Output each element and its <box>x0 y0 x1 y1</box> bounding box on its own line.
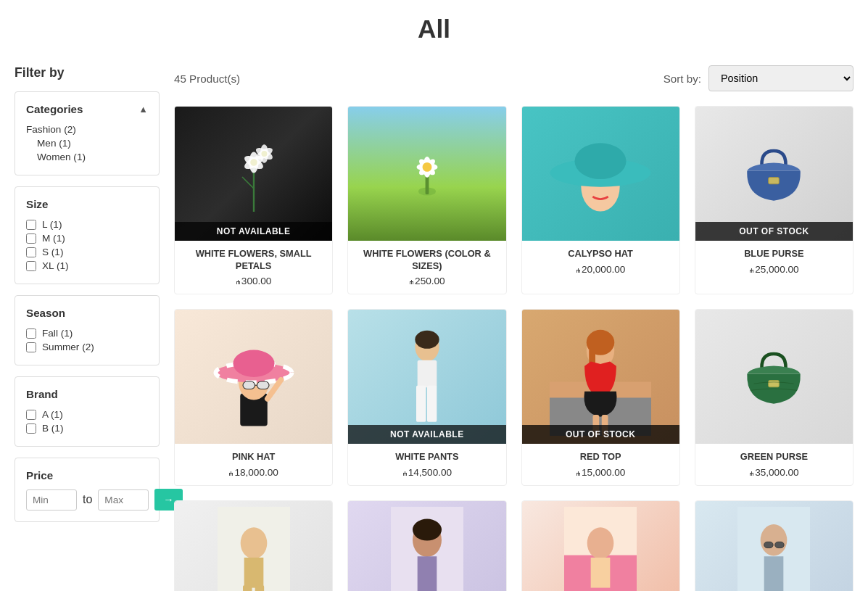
product-card[interactable] <box>695 500 853 591</box>
product-image-svg <box>210 315 297 439</box>
product-image-svg <box>391 145 463 203</box>
size-xl-checkbox[interactable] <box>26 261 36 271</box>
svg-rect-60 <box>764 556 784 591</box>
size-m[interactable]: M (1) <box>26 231 148 245</box>
svg-rect-59 <box>775 542 785 547</box>
product-card[interactable] <box>174 500 333 591</box>
product-image-svg <box>218 501 290 591</box>
price-max-input[interactable] <box>98 489 149 511</box>
size-l-checkbox[interactable] <box>26 220 36 230</box>
sidebar: Filter by Categories ▲ Fashion (2) Men (… <box>15 65 160 591</box>
product-image-wrapper <box>175 310 332 444</box>
svg-rect-27 <box>257 381 269 389</box>
category-women[interactable]: Women (1) <box>26 150 148 164</box>
size-filter: Size L (1) M (1) S (1) XL (1) <box>15 186 160 284</box>
brand-header: Brand <box>26 388 148 400</box>
category-fashion[interactable]: Fashion (2) <box>26 123 148 136</box>
product-card[interactable]: GREEN PURSE ₼35,000.00 <box>695 309 853 486</box>
brand-b-checkbox[interactable] <box>26 423 36 434</box>
product-price: ₼14,500.00 <box>354 467 500 478</box>
category-men-label: Men (1) <box>37 138 71 149</box>
svg-rect-42 <box>769 380 780 387</box>
categories-title: Categories <box>26 103 83 115</box>
svg-rect-47 <box>255 585 264 591</box>
filter-by-label: Filter by <box>15 65 160 80</box>
season-filter: Season Fall (1) Summer (2) <box>15 295 160 365</box>
size-xl[interactable]: XL (1) <box>26 259 148 273</box>
season-summer-checkbox[interactable] <box>26 342 36 352</box>
product-info: WHITE PANTS ₼14,500.00 <box>348 444 505 485</box>
product-card[interactable]: NOT AVAILABLE WHITE FLOWERS, SMALL PETAL… <box>174 106 333 294</box>
product-name: CALYPSO HAT <box>528 248 674 260</box>
product-image-wrapper <box>695 310 853 444</box>
svg-point-16 <box>422 162 431 172</box>
svg-rect-58 <box>764 542 774 547</box>
brand-a-checkbox[interactable] <box>26 410 36 420</box>
product-info: CALYPSO HAT ₼20,000.00 <box>522 241 679 282</box>
price-separator: to <box>83 493 92 506</box>
size-m-label: M (1) <box>42 233 65 244</box>
price-filter: Price to → <box>15 458 160 522</box>
svg-point-57 <box>761 524 788 555</box>
products-header: 45 Product(s) Sort by: Position Name Pri… <box>174 65 853 91</box>
size-l-label: L (1) <box>42 219 62 230</box>
svg-point-5 <box>250 159 257 166</box>
product-card[interactable]: OUT OF STOCK BLUE PURSE ₼25,000.00 <box>695 106 853 294</box>
size-s-checkbox[interactable] <box>26 247 36 257</box>
product-image-svg <box>737 501 810 591</box>
product-image-wrapper <box>522 501 679 591</box>
sort-label: Sort by: <box>664 73 701 85</box>
svg-rect-20 <box>769 177 780 183</box>
season-fall[interactable]: Fall (1) <box>26 326 148 340</box>
product-card[interactable]: PINK HAT ₼18,000.00 <box>174 309 333 486</box>
product-image-wrapper <box>348 501 505 591</box>
product-image-wrapper <box>348 107 505 241</box>
product-info: WHITE FLOWERS, SMALL PETALS ₼300.00 <box>175 241 332 294</box>
svg-point-9 <box>261 151 267 157</box>
price-title: Price <box>26 469 53 482</box>
product-image-wrapper <box>175 501 332 591</box>
season-title: Season <box>26 307 65 319</box>
svg-point-54 <box>587 527 614 558</box>
product-card[interactable] <box>521 500 680 591</box>
brand-b-label: B (1) <box>42 423 63 434</box>
brand-title: Brand <box>26 388 58 400</box>
season-fall-checkbox[interactable] <box>26 328 36 339</box>
size-m-checkbox[interactable] <box>26 233 36 244</box>
svg-point-31 <box>415 331 439 349</box>
product-card[interactable]: OUT OF STOCK RED TOP ₼15,000.00 <box>521 309 680 486</box>
product-card[interactable]: CALYPSO HAT ₼20,000.00 <box>521 106 680 294</box>
svg-point-25 <box>233 350 274 377</box>
product-card[interactable] <box>347 500 506 591</box>
brand-filter: Brand A (1) B (1) <box>15 376 160 447</box>
size-l[interactable]: L (1) <box>26 218 148 231</box>
categories-toggle[interactable]: ▲ <box>139 104 148 115</box>
product-info: BLUE PURSE ₼25,000.00 <box>695 241 853 282</box>
brand-a[interactable]: A (1) <box>26 408 148 421</box>
svg-rect-51 <box>418 556 437 591</box>
product-badge-not-available: NOT AVAILABLE <box>348 425 505 444</box>
svg-rect-34 <box>427 385 437 421</box>
size-s[interactable]: S (1) <box>26 245 148 259</box>
product-image-svg <box>542 131 658 218</box>
svg-point-44 <box>240 527 267 558</box>
product-name: WHITE PANTS <box>354 451 500 463</box>
brand-b[interactable]: B (1) <box>26 421 148 435</box>
price-range: to → <box>26 489 148 511</box>
sort-select[interactable]: Position Name Price <box>708 65 853 91</box>
season-fall-label: Fall (1) <box>42 328 73 339</box>
product-name: WHITE FLOWERS, SMALL PETALS <box>181 248 326 272</box>
season-header: Season <box>26 307 148 319</box>
product-card[interactable]: WHITE FLOWERS (COLOR & SIZES) ₼250.00 <box>347 106 506 294</box>
season-summer[interactable]: Summer (2) <box>26 340 148 354</box>
product-image-wrapper <box>695 501 853 591</box>
brand-a-label: A (1) <box>42 409 63 420</box>
product-card[interactable]: NOT AVAILABLE WHITE PANTS ₼14,500.00 <box>347 309 506 486</box>
page-title: All <box>0 0 868 65</box>
product-image-wrapper: OUT OF STOCK <box>695 107 853 241</box>
svg-rect-55 <box>591 558 611 588</box>
size-header: Size <box>26 198 148 210</box>
size-title: Size <box>26 198 48 210</box>
price-min-input[interactable] <box>26 489 77 511</box>
category-men[interactable]: Men (1) <box>26 136 148 150</box>
